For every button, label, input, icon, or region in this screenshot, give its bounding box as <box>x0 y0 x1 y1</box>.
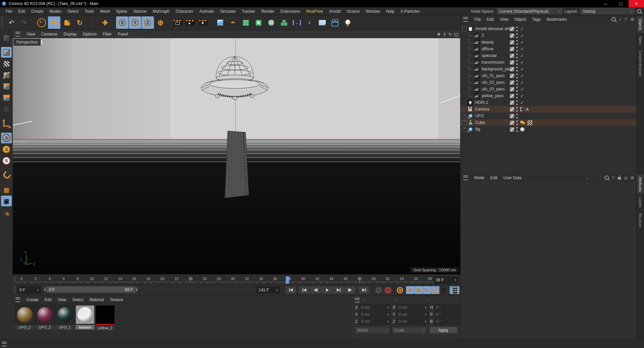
visibility-dots-icon[interactable] <box>516 107 518 112</box>
object-menu-file[interactable]: File <box>471 17 484 22</box>
object-row-cube[interactable]: +Cube <box>461 119 637 126</box>
visibility-dots-icon[interactable] <box>516 33 518 38</box>
material-thumbnail[interactable] <box>75 305 95 324</box>
light-tool-button[interactable] <box>341 16 354 29</box>
menu-item-x-particles[interactable]: X-Particles <box>397 9 423 14</box>
edit-toggle-icon[interactable] <box>510 100 514 105</box>
enabled-check-icon[interactable]: ✓ <box>520 67 524 72</box>
frame-range-slider[interactable]: ▮ 0 F 59 F ▮ <box>44 286 138 293</box>
menu-item-spline[interactable]: Spline <box>113 9 130 14</box>
object-row-z[interactable]: Z✓ <box>461 32 637 39</box>
render-settings-button[interactable] <box>197 16 209 29</box>
range-start-handle[interactable]: ▮ <box>44 286 47 293</box>
render-view-button[interactable] <box>171 16 184 29</box>
node-space-select[interactable]: Current (Standard/Physical) ˅ <box>497 8 562 14</box>
keyframe-selection-button[interactable] <box>395 286 405 294</box>
key-scale-toggle[interactable] <box>414 286 423 294</box>
edit-toggle-icon[interactable] <box>510 40 514 45</box>
spinner-arrows-icon[interactable]: ▲▼ <box>425 313 427 316</box>
edit-toggle-icon[interactable] <box>510 121 514 125</box>
menu-item-render[interactable]: Render <box>258 9 277 14</box>
zoom-icon[interactable]: ⇕ <box>443 32 446 37</box>
enable-axis-mode-button[interactable] <box>1 118 12 129</box>
key-rotation-toggle[interactable] <box>423 286 431 294</box>
menu-item-select[interactable]: Select <box>64 9 82 14</box>
undo-button[interactable] <box>5 16 18 29</box>
menu-item-help[interactable]: Help <box>383 9 397 14</box>
attribute-menu-edit[interactable]: Edit <box>487 176 500 180</box>
current-frame-field[interactable]: 38 F ▲▼ <box>434 277 458 283</box>
viewport-canvas[interactable]: Y X Z Perspective Grid Spacing : 10000 c… <box>13 38 460 274</box>
uv-tag-icon[interactable] <box>527 120 532 125</box>
enabled-check-icon[interactable]: ✓ <box>520 53 524 58</box>
timeline-ruler[interactable]: 0246810121416182022242628303234363840424… <box>17 276 434 284</box>
visibility-dots-icon[interactable] <box>516 67 518 72</box>
edit-toggle-icon[interactable] <box>510 127 514 132</box>
coord-mode-select[interactable]: Scale˅ <box>392 327 427 334</box>
material-tag-icon[interactable] <box>520 127 525 132</box>
rotate-icon[interactable]: ↻ <box>448 32 452 37</box>
object-row-camera[interactable]: CameraA <box>461 106 637 113</box>
menu-item-volume[interactable]: Volume <box>130 9 150 14</box>
last-used-tool-button[interactable] <box>99 16 111 29</box>
enabled-check-icon[interactable]: ✓ <box>520 100 524 105</box>
visibility-dots-icon[interactable] <box>516 40 518 45</box>
visibility-dots-icon[interactable] <box>516 93 518 98</box>
viewport-menu-options[interactable]: Options <box>80 32 100 37</box>
object-row-arnold-denoiser-driver[interactable]: -Arnold denoiser driver✓ <box>461 25 637 32</box>
material-menu-view[interactable]: View <box>55 297 69 302</box>
live-selection-button[interactable] <box>35 16 48 29</box>
menu-item-extensions[interactable]: Extensions <box>277 9 303 14</box>
attribute-menu-mode[interactable]: Mode <box>471 176 487 180</box>
start-frame-field[interactable]: 0 F ▲▼ <box>17 286 41 293</box>
quantize-magnet-button[interactable] <box>1 170 12 181</box>
lock-workplane-button[interactable]: ▦ <box>1 196 12 206</box>
object-row-ufo-02-pass[interactable]: ufo_02_pass✓ <box>461 79 637 86</box>
enabled-check-icon[interactable]: ✓ <box>520 60 524 65</box>
material-item[interactable]: lambert <box>75 305 95 330</box>
tab-objects[interactable]: Objects <box>637 16 644 33</box>
back-icon[interactable]: ← <box>585 176 589 180</box>
spinner-arrows-icon[interactable]: ▲▼ <box>276 289 278 291</box>
enabled-check-icon[interactable]: ✓ <box>520 40 524 45</box>
edit-toggle-icon[interactable] <box>510 107 514 112</box>
object-menu-view[interactable]: View <box>497 17 512 22</box>
visibility-dots-icon[interactable] <box>516 73 518 78</box>
rotate-tool-button[interactable] <box>73 16 86 29</box>
key-parameter-toggle[interactable]: P <box>431 286 440 294</box>
expander-icon[interactable]: - <box>462 27 467 31</box>
filter-icon[interactable]: ▽ <box>625 17 628 22</box>
active-camera-icon[interactable] <box>520 107 524 111</box>
transport-grip[interactable] <box>13 286 16 294</box>
object-menu-object[interactable]: Object <box>512 17 529 22</box>
subdivision-surface-button[interactable] <box>239 16 252 29</box>
menu-item-create[interactable]: Create <box>28 9 46 14</box>
visibility-dots-icon[interactable] <box>516 60 518 65</box>
object-row-bg[interactable]: +Bg <box>461 126 637 133</box>
add-panel-icon[interactable]: ⊞ <box>631 176 634 180</box>
tab-layers[interactable]: Layers <box>637 195 644 210</box>
search-icon[interactable] <box>637 9 641 13</box>
menu-item-mograph[interactable]: MoGraph <box>150 9 172 14</box>
material-menu-select[interactable]: Select <box>69 297 87 302</box>
material-item[interactable]: UFO_1 <box>55 305 74 330</box>
goto-end-button[interactable] <box>358 286 370 294</box>
previous-frame-button[interactable] <box>310 286 322 294</box>
lock-y-axis-button[interactable]: Y <box>129 16 141 29</box>
object-row-ufo-01-pass[interactable]: ufo_01_pass✓ <box>461 72 637 79</box>
material-item[interactable]: UFO_2 <box>35 305 54 330</box>
visibility-dots-icon[interactable] <box>516 87 518 92</box>
deformer-button[interactable] <box>303 16 316 29</box>
material-menu-create[interactable]: Create <box>23 297 42 302</box>
close-button[interactable]: ✕ <box>629 0 644 7</box>
spinner-arrows-icon[interactable]: ▲▼ <box>37 289 39 291</box>
scale-tool-button[interactable] <box>61 16 73 29</box>
next-key-button[interactable] <box>344 286 356 294</box>
edit-toggle-icon[interactable] <box>510 114 514 118</box>
layout-select[interactable]: Startup ˅ <box>580 8 635 14</box>
expander-icon[interactable]: + <box>462 121 467 125</box>
object-menu-edit[interactable]: Edit <box>484 17 497 22</box>
spinner-arrows-icon[interactable]: ▲▼ <box>387 306 389 309</box>
viewport-menu-cameras[interactable]: Cameras <box>38 32 61 37</box>
key-position-toggle[interactable] <box>406 286 415 294</box>
